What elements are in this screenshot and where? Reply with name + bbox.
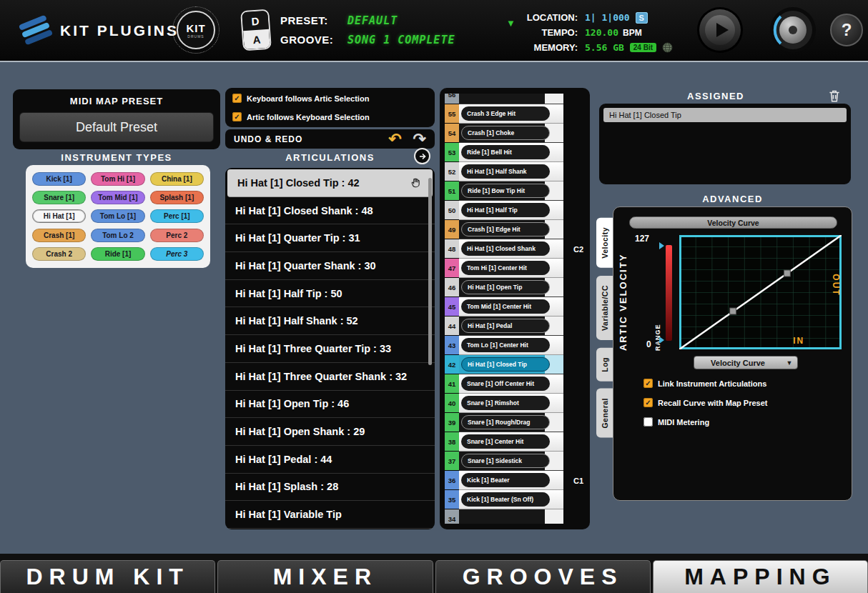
instrument-button[interactable]: Perc [1]	[150, 209, 204, 223]
piano-key-37[interactable]: 37Snare [1] Sidestick	[445, 452, 585, 471]
range-bottom-handle-icon[interactable]	[659, 337, 668, 344]
piano-key-55[interactable]: 55Crash 3 Edge Hit	[445, 104, 585, 124]
articulation-item[interactable]: Hi Hat [1] Half Shank : 52	[225, 307, 435, 335]
key-body: Ride [1] Bell Hit	[459, 143, 563, 162]
piano-key-45[interactable]: 45Tom Mid [1] Center Hit	[445, 297, 585, 317]
piano-key-50[interactable]: 50Hi Hat [1] Half Tip	[445, 201, 585, 220]
tab-variable-cc[interactable]: Variable/CC	[596, 276, 613, 340]
keyboard-keys: 5655Crash 3 Edge Hit54Crash [1] Choke53R…	[445, 94, 585, 524]
tab-grooves[interactable]: GROOVES	[435, 560, 651, 593]
velocity-curve-graph[interactable]: IN OUT	[679, 235, 842, 349]
instrument-button[interactable]: Kick [1]	[32, 172, 86, 186]
articulation-label: Hi Hat [1] Three Quarter Tip : 33	[235, 343, 391, 354]
velocity-curve-title: Velocity Curve	[629, 216, 837, 229]
instrument-button[interactable]: Crash 2	[32, 247, 86, 261]
sync-badge[interactable]: S	[636, 12, 648, 24]
da-toggle-a[interactable]: A	[243, 29, 270, 49]
checked-checkbox[interactable]: ✓	[643, 379, 653, 388]
assigned-item[interactable]: Hi Hat [1] Closed Tip	[603, 108, 847, 122]
piano-key-49[interactable]: 49Crash [1] Edge Hit	[445, 220, 585, 239]
articulation-item[interactable]: Hi Hat [1] Quarter Shank : 30	[225, 252, 435, 280]
groove-value[interactable]: SONG 1 COMPLETE	[347, 34, 455, 46]
piano-key-41[interactable]: 41Snare [1] Off Center Hit	[445, 374, 585, 394]
options-checkboxes: ✓Keyboard follows Artic Selection✓Artic …	[225, 88, 435, 127]
instrument-button[interactable]: Tom Lo 2	[91, 229, 144, 242]
articulation-item[interactable]: Hi Hat [1] Quarter Tip : 31	[225, 224, 435, 252]
checkbox-row[interactable]: ✓Link Instrument Articulations	[643, 379, 767, 388]
velocity-curve-area: 127 0 ARTIC VELOCITY RANGE	[613, 234, 852, 351]
piano-key-56[interactable]: 56	[445, 94, 585, 104]
piano-key-52[interactable]: 52Hi Hat [1] Half Shank	[445, 162, 585, 181]
unchecked-checkbox[interactable]	[643, 417, 653, 427]
piano-key-43[interactable]: 43Tom Lo [1] Center Hit	[445, 336, 585, 355]
instrument-button[interactable]: Splash [1]	[150, 191, 204, 204]
articulation-item[interactable]: Hi Hat [1] Variable Tip	[225, 501, 435, 529]
da-toggle[interactable]: D A	[240, 9, 272, 51]
octave-label	[563, 94, 585, 104]
volume-knob[interactable]	[769, 6, 817, 54]
articulation-item[interactable]: Hi Hat [1] Half Tip : 50	[225, 280, 435, 308]
instrument-button[interactable]: Snare [1]	[32, 191, 86, 204]
articulation-item[interactable]: Hi Hat [1] Open Shank : 29	[225, 418, 435, 446]
tab-log[interactable]: Log	[596, 348, 613, 382]
tab-drum-kit[interactable]: DRUM KIT	[0, 560, 215, 593]
piano-key-39[interactable]: 39Snare [1] Rough/Drag	[445, 413, 585, 432]
instrument-button[interactable]: Crash [1]	[32, 229, 86, 242]
velocity-range-slider[interactable]	[666, 245, 672, 341]
piano-key-40[interactable]: 40Snare [1] Rimshot	[445, 394, 585, 413]
piano-key-47[interactable]: 47Tom Hi [1] Center Hit	[445, 259, 585, 278]
articulation-scrollbar[interactable]	[428, 178, 432, 365]
tab-velocity[interactable]: Velocity	[596, 218, 613, 268]
checkbox-row[interactable]: ✓Artic follows Keyboard Selection	[232, 112, 428, 121]
redo-icon[interactable]: ↷	[413, 132, 426, 146]
piano-key-38[interactable]: 38Snare [1] Center Hit	[445, 432, 585, 452]
articulation-item[interactable]: Hi Hat [1] Open Tip : 46	[225, 391, 435, 419]
articulation-item[interactable]: Hi Hat [1] Closed Shank : 48	[225, 197, 435, 225]
midi-map-preset-selector[interactable]: Default Preset	[19, 112, 214, 142]
checkbox-row[interactable]: ✓Keyboard follows Artic Selection	[232, 94, 428, 103]
piano-key-46[interactable]: 46Hi Hat [1] Open Tip	[445, 278, 585, 297]
piano-key-51[interactable]: 51Ride [1] Bow Tip Hit	[445, 181, 585, 201]
preset-value[interactable]: DEFAULT	[347, 14, 398, 27]
articulation-item[interactable]: Hi Hat [1] Three Quarter Shank : 32	[225, 363, 435, 391]
range-top-handle-icon[interactable]	[659, 242, 668, 249]
groove-dropdown-icon[interactable]: ▼	[506, 18, 516, 29]
help-button[interactable]: ?	[830, 14, 863, 46]
velocity-curve-dropdown[interactable]: Velocity Curve ▼	[694, 356, 798, 369]
footer-bar: DRUM KITMIXERGROOVESMAPPING	[0, 554, 868, 593]
play-button[interactable]	[696, 6, 744, 54]
checked-checkbox[interactable]: ✓	[643, 398, 653, 407]
tab-mixer[interactable]: MIXER	[217, 560, 433, 593]
instrument-button[interactable]: Hi Hat [1]	[32, 209, 86, 223]
key-body: Crash [1] Choke	[459, 124, 563, 143]
instrument-button[interactable]: Tom Lo [1]	[91, 209, 144, 223]
piano-key-35[interactable]: 35Kick [1] Beater (Sn Off)	[445, 490, 585, 509]
piano-key-54[interactable]: 54Crash [1] Choke	[445, 124, 585, 143]
checkbox-row[interactable]: ✓Recall Curve with Map Preset	[643, 398, 767, 407]
da-toggle-d[interactable]: D	[242, 11, 269, 31]
tab-mapping[interactable]: MAPPING	[653, 560, 868, 593]
piano-key-42[interactable]: 42Hi Hat [1] Closed Tip	[445, 355, 585, 374]
instrument-button[interactable]: Tom Mid [1]	[91, 191, 144, 204]
checked-checkbox[interactable]: ✓	[232, 94, 242, 103]
piano-key-44[interactable]: 44Hi Hat [1] Pedal	[445, 317, 585, 336]
undo-icon[interactable]: ↶	[388, 132, 401, 146]
piano-key-53[interactable]: 53Ride [1] Bell Hit	[445, 143, 585, 162]
instrument-button[interactable]: Ride [1]	[91, 247, 144, 261]
checkbox-row[interactable]: MIDI Metering	[643, 417, 767, 427]
instrument-button[interactable]: Perc 2	[150, 229, 204, 242]
piano-key-36[interactable]: 36Kick [1] BeaterC1	[445, 471, 585, 490]
articulation-item[interactable]: Hi Hat [1] Pedal : 44	[225, 446, 435, 474]
instrument-button[interactable]: Tom Hi [1]	[91, 172, 144, 186]
articulation-item[interactable]: Hi Hat [1] Splash : 28	[225, 474, 435, 502]
trash-icon[interactable]	[827, 88, 842, 104]
piano-key-34[interactable]: 34	[445, 509, 585, 524]
piano-key-48[interactable]: 48Hi Hat [1] Closed ShankC2	[445, 239, 585, 259]
instrument-button[interactable]: Perc 3	[150, 247, 204, 261]
articulation-item[interactable]: Hi Hat [1] Closed Tip : 42	[227, 169, 433, 197]
articulations-expand-button[interactable]	[414, 148, 430, 164]
tab-general[interactable]: General	[596, 389, 613, 438]
instrument-button[interactable]: China [1]	[150, 172, 204, 186]
articulation-item[interactable]: Hi Hat [1] Three Quarter Tip : 33	[225, 335, 435, 363]
checked-checkbox[interactable]: ✓	[232, 112, 242, 121]
